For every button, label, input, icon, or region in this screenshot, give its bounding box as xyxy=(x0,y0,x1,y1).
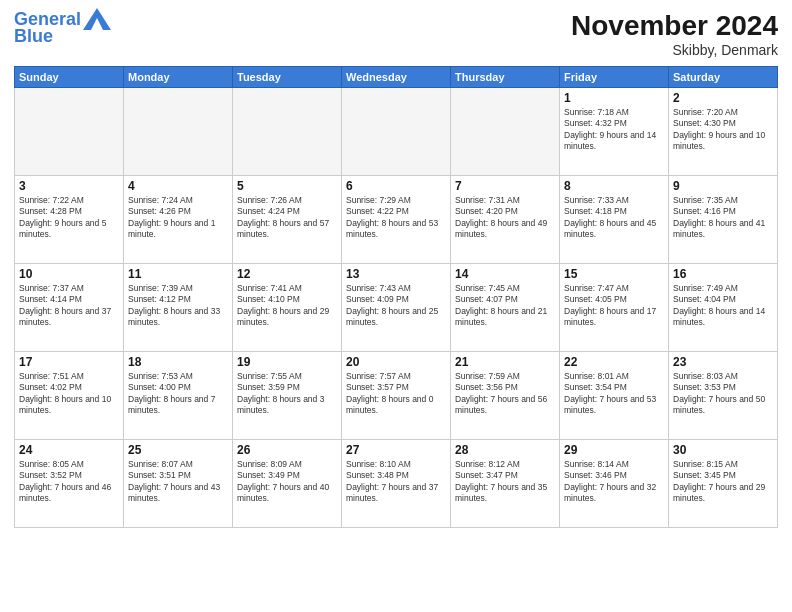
day-number: 23 xyxy=(673,355,773,369)
calendar-cell: 1Sunrise: 7:18 AM Sunset: 4:32 PM Daylig… xyxy=(560,88,669,176)
calendar-cell: 4Sunrise: 7:24 AM Sunset: 4:26 PM Daylig… xyxy=(124,176,233,264)
day-info: Sunrise: 8:07 AM Sunset: 3:51 PM Dayligh… xyxy=(128,459,228,505)
day-number: 4 xyxy=(128,179,228,193)
calendar-cell: 27Sunrise: 8:10 AM Sunset: 3:48 PM Dayli… xyxy=(342,440,451,528)
weekday-header: Monday xyxy=(124,67,233,88)
calendar-cell: 7Sunrise: 7:31 AM Sunset: 4:20 PM Daylig… xyxy=(451,176,560,264)
day-number: 26 xyxy=(237,443,337,457)
calendar-cell xyxy=(124,88,233,176)
header: General Blue November 2024 Skibby, Denma… xyxy=(14,10,778,58)
calendar-cell: 9Sunrise: 7:35 AM Sunset: 4:16 PM Daylig… xyxy=(669,176,778,264)
calendar-cell: 15Sunrise: 7:47 AM Sunset: 4:05 PM Dayli… xyxy=(560,264,669,352)
calendar-cell xyxy=(342,88,451,176)
calendar-cell: 18Sunrise: 7:53 AM Sunset: 4:00 PM Dayli… xyxy=(124,352,233,440)
calendar-cell xyxy=(15,88,124,176)
calendar-cell: 5Sunrise: 7:26 AM Sunset: 4:24 PM Daylig… xyxy=(233,176,342,264)
calendar-cell: 19Sunrise: 7:55 AM Sunset: 3:59 PM Dayli… xyxy=(233,352,342,440)
day-number: 22 xyxy=(564,355,664,369)
day-number: 8 xyxy=(564,179,664,193)
day-number: 27 xyxy=(346,443,446,457)
calendar-cell: 28Sunrise: 8:12 AM Sunset: 3:47 PM Dayli… xyxy=(451,440,560,528)
calendar-cell: 23Sunrise: 8:03 AM Sunset: 3:53 PM Dayli… xyxy=(669,352,778,440)
day-number: 20 xyxy=(346,355,446,369)
day-info: Sunrise: 7:37 AM Sunset: 4:14 PM Dayligh… xyxy=(19,283,119,329)
day-number: 30 xyxy=(673,443,773,457)
day-number: 28 xyxy=(455,443,555,457)
day-info: Sunrise: 8:14 AM Sunset: 3:46 PM Dayligh… xyxy=(564,459,664,505)
day-number: 24 xyxy=(19,443,119,457)
calendar-cell: 12Sunrise: 7:41 AM Sunset: 4:10 PM Dayli… xyxy=(233,264,342,352)
day-number: 29 xyxy=(564,443,664,457)
calendar-cell: 11Sunrise: 7:39 AM Sunset: 4:12 PM Dayli… xyxy=(124,264,233,352)
day-info: Sunrise: 7:35 AM Sunset: 4:16 PM Dayligh… xyxy=(673,195,773,241)
calendar-cell: 3Sunrise: 7:22 AM Sunset: 4:28 PM Daylig… xyxy=(15,176,124,264)
day-number: 14 xyxy=(455,267,555,281)
day-number: 17 xyxy=(19,355,119,369)
day-info: Sunrise: 7:33 AM Sunset: 4:18 PM Dayligh… xyxy=(564,195,664,241)
day-info: Sunrise: 7:59 AM Sunset: 3:56 PM Dayligh… xyxy=(455,371,555,417)
day-number: 12 xyxy=(237,267,337,281)
day-info: Sunrise: 7:41 AM Sunset: 4:10 PM Dayligh… xyxy=(237,283,337,329)
day-info: Sunrise: 7:18 AM Sunset: 4:32 PM Dayligh… xyxy=(564,107,664,153)
calendar-week: 3Sunrise: 7:22 AM Sunset: 4:28 PM Daylig… xyxy=(15,176,778,264)
day-info: Sunrise: 7:51 AM Sunset: 4:02 PM Dayligh… xyxy=(19,371,119,417)
day-number: 10 xyxy=(19,267,119,281)
page: General Blue November 2024 Skibby, Denma… xyxy=(0,0,792,612)
calendar-cell: 26Sunrise: 8:09 AM Sunset: 3:49 PM Dayli… xyxy=(233,440,342,528)
calendar-cell: 17Sunrise: 7:51 AM Sunset: 4:02 PM Dayli… xyxy=(15,352,124,440)
day-info: Sunrise: 7:26 AM Sunset: 4:24 PM Dayligh… xyxy=(237,195,337,241)
day-info: Sunrise: 7:39 AM Sunset: 4:12 PM Dayligh… xyxy=(128,283,228,329)
day-info: Sunrise: 7:29 AM Sunset: 4:22 PM Dayligh… xyxy=(346,195,446,241)
day-info: Sunrise: 7:49 AM Sunset: 4:04 PM Dayligh… xyxy=(673,283,773,329)
calendar-cell: 20Sunrise: 7:57 AM Sunset: 3:57 PM Dayli… xyxy=(342,352,451,440)
calendar-week: 24Sunrise: 8:05 AM Sunset: 3:52 PM Dayli… xyxy=(15,440,778,528)
month-title: November 2024 xyxy=(571,10,778,42)
day-info: Sunrise: 7:22 AM Sunset: 4:28 PM Dayligh… xyxy=(19,195,119,241)
calendar-cell: 14Sunrise: 7:45 AM Sunset: 4:07 PM Dayli… xyxy=(451,264,560,352)
logo-icon xyxy=(83,8,111,30)
logo: General Blue xyxy=(14,10,111,47)
weekday-header: Saturday xyxy=(669,67,778,88)
day-info: Sunrise: 8:03 AM Sunset: 3:53 PM Dayligh… xyxy=(673,371,773,417)
day-info: Sunrise: 7:31 AM Sunset: 4:20 PM Dayligh… xyxy=(455,195,555,241)
calendar-cell: 21Sunrise: 7:59 AM Sunset: 3:56 PM Dayli… xyxy=(451,352,560,440)
calendar-cell: 24Sunrise: 8:05 AM Sunset: 3:52 PM Dayli… xyxy=(15,440,124,528)
title-area: November 2024 Skibby, Denmark xyxy=(571,10,778,58)
day-info: Sunrise: 7:47 AM Sunset: 4:05 PM Dayligh… xyxy=(564,283,664,329)
calendar-cell: 22Sunrise: 8:01 AM Sunset: 3:54 PM Dayli… xyxy=(560,352,669,440)
day-info: Sunrise: 7:45 AM Sunset: 4:07 PM Dayligh… xyxy=(455,283,555,329)
weekday-header: Sunday xyxy=(15,67,124,88)
weekday-header: Friday xyxy=(560,67,669,88)
calendar-cell: 8Sunrise: 7:33 AM Sunset: 4:18 PM Daylig… xyxy=(560,176,669,264)
location: Skibby, Denmark xyxy=(571,42,778,58)
calendar-cell: 25Sunrise: 8:07 AM Sunset: 3:51 PM Dayli… xyxy=(124,440,233,528)
day-info: Sunrise: 8:10 AM Sunset: 3:48 PM Dayligh… xyxy=(346,459,446,505)
day-info: Sunrise: 8:09 AM Sunset: 3:49 PM Dayligh… xyxy=(237,459,337,505)
calendar-cell: 30Sunrise: 8:15 AM Sunset: 3:45 PM Dayli… xyxy=(669,440,778,528)
calendar-cell: 10Sunrise: 7:37 AM Sunset: 4:14 PM Dayli… xyxy=(15,264,124,352)
day-info: Sunrise: 7:53 AM Sunset: 4:00 PM Dayligh… xyxy=(128,371,228,417)
day-number: 19 xyxy=(237,355,337,369)
calendar-cell: 2Sunrise: 7:20 AM Sunset: 4:30 PM Daylig… xyxy=(669,88,778,176)
day-number: 21 xyxy=(455,355,555,369)
day-info: Sunrise: 7:57 AM Sunset: 3:57 PM Dayligh… xyxy=(346,371,446,417)
day-number: 1 xyxy=(564,91,664,105)
calendar-week: 1Sunrise: 7:18 AM Sunset: 4:32 PM Daylig… xyxy=(15,88,778,176)
day-number: 3 xyxy=(19,179,119,193)
day-number: 18 xyxy=(128,355,228,369)
day-number: 25 xyxy=(128,443,228,457)
calendar-week: 17Sunrise: 7:51 AM Sunset: 4:02 PM Dayli… xyxy=(15,352,778,440)
calendar-cell: 16Sunrise: 7:49 AM Sunset: 4:04 PM Dayli… xyxy=(669,264,778,352)
day-number: 9 xyxy=(673,179,773,193)
day-number: 2 xyxy=(673,91,773,105)
day-info: Sunrise: 8:05 AM Sunset: 3:52 PM Dayligh… xyxy=(19,459,119,505)
day-info: Sunrise: 7:55 AM Sunset: 3:59 PM Dayligh… xyxy=(237,371,337,417)
day-info: Sunrise: 7:43 AM Sunset: 4:09 PM Dayligh… xyxy=(346,283,446,329)
calendar-cell xyxy=(233,88,342,176)
calendar-week: 10Sunrise: 7:37 AM Sunset: 4:14 PM Dayli… xyxy=(15,264,778,352)
day-info: Sunrise: 7:20 AM Sunset: 4:30 PM Dayligh… xyxy=(673,107,773,153)
weekday-header: Tuesday xyxy=(233,67,342,88)
day-number: 6 xyxy=(346,179,446,193)
day-number: 13 xyxy=(346,267,446,281)
day-number: 11 xyxy=(128,267,228,281)
